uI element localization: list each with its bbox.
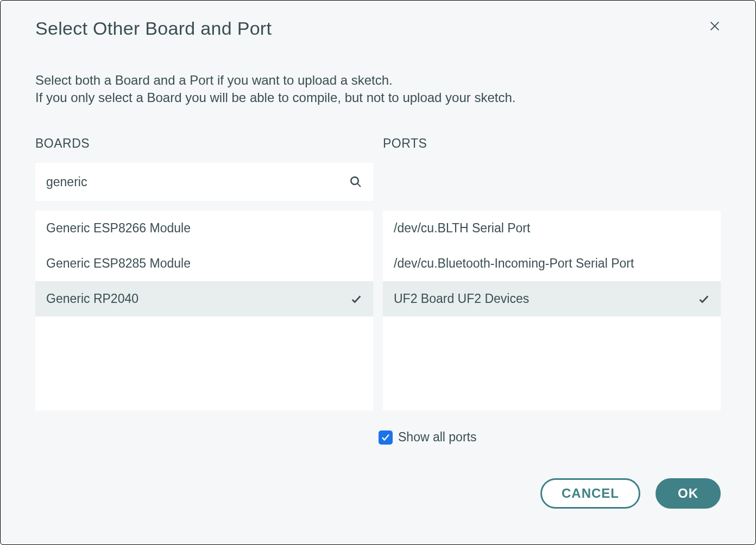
boards-list[interactable]: Generic ESP8266 Module Generic ESP8285 M… xyxy=(35,211,373,410)
ports-spacer xyxy=(383,163,721,201)
cancel-button[interactable]: CANCEL xyxy=(540,478,640,509)
dialog-instructions: Select both a Board and a Port if you wa… xyxy=(35,72,721,106)
board-item[interactable]: Generic ESP8266 Module xyxy=(35,211,373,246)
port-item-label: /dev/cu.BLTH Serial Port xyxy=(394,221,530,236)
boards-header: BOARDS xyxy=(35,136,373,151)
dialog-buttons: CANCEL OK xyxy=(35,478,721,509)
ports-header: PORTS xyxy=(383,136,721,151)
show-all-ports-label: Show all ports xyxy=(398,430,476,445)
port-item-label: UF2 Board UF2 Devices xyxy=(394,291,529,306)
show-all-ports-row[interactable]: Show all ports xyxy=(377,430,721,445)
ports-column: PORTS /dev/cu.BLTH Serial Port /dev/cu.B… xyxy=(383,136,721,410)
port-item[interactable]: /dev/cu.BLTH Serial Port xyxy=(383,211,721,246)
close-icon[interactable] xyxy=(709,20,721,32)
boards-column: BOARDS Generic ESP8266 Module Generic ES… xyxy=(35,136,373,410)
port-item[interactable]: /dev/cu.Bluetooth-Incoming-Port Serial P… xyxy=(383,246,721,281)
board-item[interactable]: Generic ESP8285 Module xyxy=(35,246,373,281)
boards-search-input[interactable] xyxy=(46,175,349,189)
ports-list[interactable]: /dev/cu.BLTH Serial Port /dev/cu.Bluetoo… xyxy=(383,211,721,410)
checkmark-icon xyxy=(350,293,362,305)
port-item[interactable]: UF2 Board UF2 Devices xyxy=(383,281,721,316)
instruction-line-1: Select both a Board and a Port if you wa… xyxy=(35,72,721,89)
board-item-label: Generic RP2040 xyxy=(46,291,138,306)
boards-search[interactable] xyxy=(35,163,373,201)
board-item-label: Generic ESP8266 Module xyxy=(46,221,191,236)
checkmark-icon xyxy=(381,433,390,442)
board-item-label: Generic ESP8285 Module xyxy=(46,256,191,271)
port-item-label: /dev/cu.Bluetooth-Incoming-Port Serial P… xyxy=(394,256,634,271)
ok-button[interactable]: OK xyxy=(656,478,721,509)
dialog-header: Select Other Board and Port xyxy=(35,18,721,39)
show-all-ports-checkbox[interactable] xyxy=(379,430,393,445)
search-icon[interactable] xyxy=(349,175,362,188)
dialog-title: Select Other Board and Port xyxy=(35,18,272,39)
board-item[interactable]: Generic RP2040 xyxy=(35,281,373,316)
instruction-line-2: If you only select a Board you will be a… xyxy=(35,89,721,106)
select-board-port-dialog: Select Other Board and Port Select both … xyxy=(0,0,756,545)
checkmark-icon xyxy=(698,293,710,305)
